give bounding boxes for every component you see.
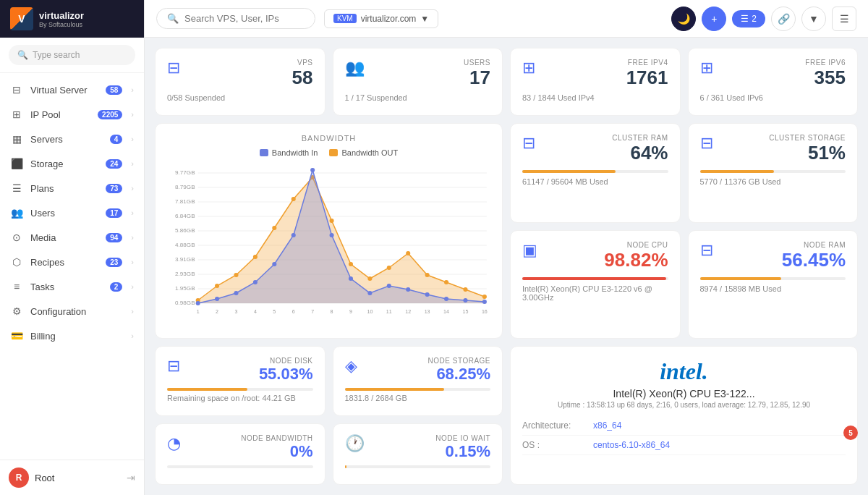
svg-point-50 xyxy=(425,292,430,297)
cluster-storage-icon: ⊟ xyxy=(700,134,713,153)
legend-out-color xyxy=(329,149,338,156)
intel-os-row: OS : centos-6.10-x86_64 xyxy=(522,436,846,455)
tasks-icon: ≡ xyxy=(10,281,23,292)
link-button[interactable]: 🔗 xyxy=(771,7,796,31)
node-bandwidth-label: Node BANDWIDTH xyxy=(241,434,312,442)
bandwidth-legend: Bandwidth In Bandwidth OUT xyxy=(167,148,490,157)
sidebar-footer: R Root ⇥ xyxy=(0,460,144,495)
notification-float-badge[interactable]: 5 xyxy=(843,426,858,440)
node-cpu-label: Node CPU xyxy=(604,241,668,249)
sidebar-search-box[interactable]: 🔍 Type search xyxy=(9,45,135,65)
ipv4-icon: ⊞ xyxy=(522,59,535,77)
cluster-ram-bar xyxy=(522,170,668,173)
legend-out: Bandwidth OUT xyxy=(329,148,398,157)
storage-icon: ⬛ xyxy=(10,158,23,169)
sidebar-item-storage[interactable]: ⬛ Storage 24 › xyxy=(0,151,144,176)
node-bandwidth-bar xyxy=(167,465,313,468)
ipv4-sub: 83 / 1844 Used IPv4 xyxy=(522,93,668,102)
bandwidth-chart: 9.77GB 8.79GB 7.81GB 6.84GB 5.86GB 4.88G… xyxy=(167,163,490,322)
intel-arch-value[interactable]: x86_64 xyxy=(593,420,621,431)
intel-arch-label: Architecture: xyxy=(522,420,587,431)
dashboard: ⊟ VPS 58 0/58 Suspended 👥 USERS 17 1 / 1… xyxy=(145,38,868,495)
logout-icon[interactable]: ⇥ xyxy=(127,472,135,483)
chevron-down-button[interactable]: ▼ xyxy=(801,7,826,31)
sidebar-item-plans[interactable]: ☰ Plans 73 › xyxy=(0,176,144,200)
io-wait-icon: 🕐 xyxy=(345,434,365,453)
sidebar-item-recipes[interactable]: ⬡ Recipes 23 › xyxy=(0,250,144,274)
dark-mode-button[interactable]: 🌙 xyxy=(671,7,696,31)
nav-badge-storage: 24 xyxy=(106,159,122,169)
cluster-storage-value: 51% xyxy=(769,142,846,164)
nav-label-storage: Storage xyxy=(30,158,98,169)
node-cpu-bar xyxy=(522,277,668,280)
server-icon: ⊟ xyxy=(10,84,23,96)
node-ram-bar xyxy=(700,277,846,280)
nav-label-recipes: Recipes xyxy=(30,257,98,268)
cluster-ram-sub: 61147 / 95604 MB Used xyxy=(522,177,668,186)
list-icon: ☰ xyxy=(741,14,749,24)
bandwidth-icon: ◔ xyxy=(167,434,181,453)
svg-text:6.84GB: 6.84GB xyxy=(175,213,195,219)
node-storage-sub: 1831.8 / 2684 GB xyxy=(345,394,491,402)
avatar-initial: R xyxy=(16,473,22,483)
vps-value: 58 xyxy=(292,67,313,89)
svg-point-28 xyxy=(330,219,334,223)
users-stat-icon: 👥 xyxy=(345,59,365,77)
recipes-icon: ⬡ xyxy=(10,256,23,268)
cluster-storage-sub: 5770 / 11376 GB Used xyxy=(700,177,846,186)
svg-text:8.79GB: 8.79GB xyxy=(175,184,195,190)
node-bandwidth-card: ◔ Node BANDWIDTH 0% xyxy=(155,423,326,485)
node-disk-value: 55.03% xyxy=(259,365,313,384)
node-io-wait-bar xyxy=(345,465,491,468)
disk-icon: ⊟ xyxy=(167,357,180,376)
sidebar-item-billing[interactable]: 💳 Billing › xyxy=(0,323,144,348)
sidebar-item-users[interactable]: 👥 Users 17 › xyxy=(0,200,144,225)
node-ram-bar-fill xyxy=(700,277,782,280)
node-storage-label: Node STORAGE xyxy=(428,357,490,365)
search-input[interactable] xyxy=(184,13,305,24)
users-card: 👥 USERS 17 1 / 17 Suspended xyxy=(333,48,503,116)
sidebar-item-ip-pool[interactable]: ⊞ IP Pool 2205 › xyxy=(0,102,144,127)
kvm-dropdown[interactable]: KVM virtualizor.com ▼ xyxy=(324,9,438,28)
topbar-search[interactable]: 🔍 xyxy=(156,8,315,29)
sidebar-item-servers[interactable]: ▦ Servers 4 › xyxy=(0,127,144,151)
vps-sub: 0/58 Suspended xyxy=(167,93,313,102)
node-ram-label: Node RAM xyxy=(782,241,846,249)
sidebar: V virtualizor By Softaculous 🔍 Type sear… xyxy=(0,0,145,495)
node-cpu-bar-fill xyxy=(522,277,666,280)
svg-point-38 xyxy=(196,301,200,305)
node-ram-sub: 8974 / 15898 MB Used xyxy=(700,284,846,293)
add-button[interactable]: + xyxy=(702,7,726,31)
intel-os-value[interactable]: centos-6.10-x86_64 xyxy=(593,440,670,450)
sidebar-item-virtual-server[interactable]: ⊟ Virtual Server 58 › xyxy=(0,77,144,102)
ipv4-label: FREE IPV4 xyxy=(626,59,668,67)
svg-point-32 xyxy=(406,251,410,255)
svg-point-53 xyxy=(482,300,487,304)
menu-button[interactable]: ☰ xyxy=(832,7,856,31)
svg-point-35 xyxy=(463,287,467,292)
cluster-storage-bar-fill xyxy=(700,170,775,173)
chevron-right-icon: › xyxy=(131,331,134,340)
search-icon: 🔍 xyxy=(167,13,179,24)
sidebar-item-configuration[interactable]: ⚙ Configuration › xyxy=(0,299,144,323)
chevron-right-icon: › xyxy=(131,233,134,242)
users-label: USERS xyxy=(464,59,490,67)
node-cpu-sub: Intel(R) Xeon(R) CPU E3-1220 v6 @ 3.00GH… xyxy=(522,284,668,302)
sidebar-logo: V virtualizor By Softaculous xyxy=(0,0,144,38)
sidebar-nav: ⊟ Virtual Server 58 › ⊞ IP Pool 2205 › ▦… xyxy=(0,73,144,460)
chevron-right-icon: › xyxy=(131,159,134,168)
ip-pool-icon: ⊞ xyxy=(10,109,23,120)
sidebar-item-tasks[interactable]: ≡ Tasks 2 › xyxy=(0,274,144,299)
notifications-button[interactable]: ☰ 2 xyxy=(732,10,765,28)
nav-label-tasks: Tasks xyxy=(30,282,103,292)
nav-label-configuration: Configuration xyxy=(30,306,122,317)
nav-label-billing: Billing xyxy=(30,331,122,342)
sidebar-item-media[interactable]: ⊙ Media 94 › xyxy=(0,225,144,250)
node-disk-label: Node DISK xyxy=(259,357,313,365)
search-placeholder: Type search xyxy=(33,50,80,60)
nav-label-virtual-server: Virtual Server xyxy=(30,85,98,96)
legend-in-color xyxy=(260,149,268,156)
users-value: 17 xyxy=(464,67,490,89)
intel-cpu: Intel(R) Xeon(R) CPU E3-122... xyxy=(522,388,846,399)
bandwidth-title: BANDWIDTH xyxy=(167,134,490,143)
